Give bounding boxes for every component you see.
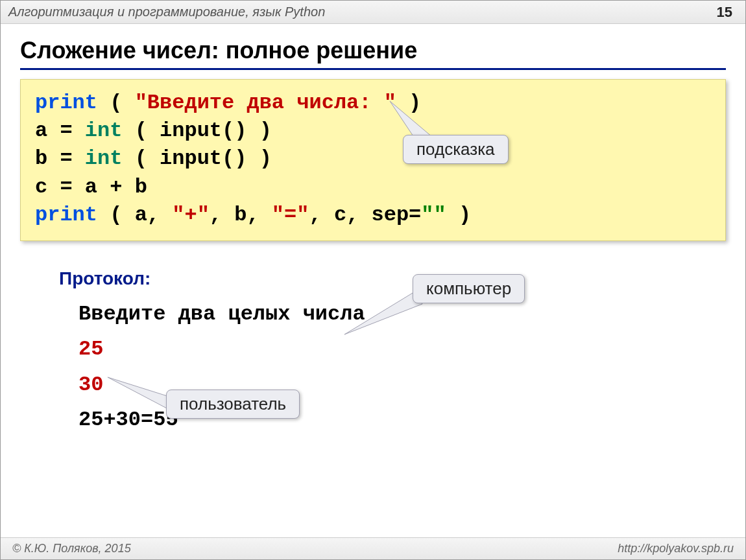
svg-marker-0 (390, 101, 432, 140)
protocol-input-1: 25 (78, 332, 745, 367)
callout-hint: подсказка (403, 135, 509, 164)
course-title: Алгоритмизация и программирование, язык … (8, 5, 325, 19)
slide-footer: © К.Ю. Поляков, 2015 http://kpolyakov.sp… (1, 537, 745, 559)
string-literal: "Введите два числа: " (135, 91, 396, 115)
fn-int: int (85, 146, 123, 170)
slide-header: Алгоритмизация и программирование, язык … (1, 1, 745, 24)
code-line-5: print ( a, "+", b, "=", c, sep="" ) (35, 201, 711, 229)
code-line-1: print ( "Введите два числа: " ) (35, 89, 711, 117)
kw-print: print (35, 203, 97, 227)
slide-title: Сложение чисел: полное решение (20, 37, 726, 70)
code-line-4: c = a + b (35, 173, 711, 201)
footer-copyright: © К.Ю. Поляков, 2015 (12, 542, 131, 555)
callout-user: пользователь (166, 390, 300, 419)
page-number: 15 (717, 4, 732, 21)
code-block: print ( "Введите два числа: " ) a = int … (20, 79, 726, 241)
code-line-2: a = int ( input() ) (35, 117, 711, 145)
kw-print: print (35, 91, 97, 115)
protocol-prompt: Введите два целых числа (78, 297, 745, 332)
svg-marker-2 (108, 377, 169, 410)
footer-url: http://kpolyakov.spb.ru (618, 542, 734, 555)
code-line-3: b = int ( input() ) (35, 145, 711, 172)
fn-int: int (85, 119, 123, 143)
